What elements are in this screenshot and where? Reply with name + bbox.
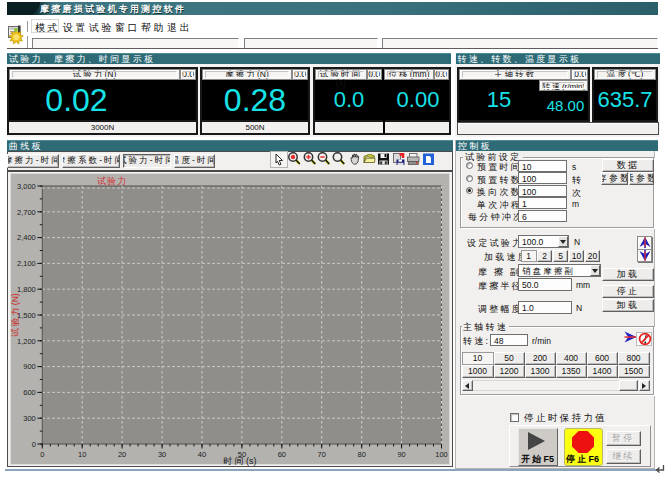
- svg-text:2,100: 2,100: [17, 259, 36, 268]
- svg-text:20: 20: [118, 450, 126, 459]
- svg-text:0: 0: [32, 440, 36, 449]
- svg-text:300: 300: [23, 414, 36, 423]
- svg-text:100: 100: [435, 450, 448, 459]
- svg-text:40: 40: [198, 450, 206, 459]
- svg-text:10: 10: [78, 450, 86, 459]
- svg-text:2,700: 2,700: [17, 208, 36, 217]
- svg-text:2,400: 2,400: [17, 233, 36, 242]
- svg-text:1,800: 1,800: [17, 285, 36, 294]
- svg-text:3,000: 3,000: [17, 182, 36, 191]
- svg-text:600: 600: [23, 388, 36, 397]
- svg-text:900: 900: [23, 362, 36, 371]
- svg-text:1,200: 1,200: [17, 337, 36, 346]
- svg-text:试验力: 试验力: [97, 176, 127, 186]
- svg-text:30: 30: [158, 450, 166, 459]
- svg-text:70: 70: [318, 450, 326, 459]
- svg-text:试验力(N): 试验力(N): [10, 293, 20, 336]
- svg-text:0: 0: [40, 450, 44, 459]
- svg-text:80: 80: [358, 450, 366, 459]
- svg-text:90: 90: [397, 450, 405, 459]
- svg-text:时间(s): 时间(s): [224, 456, 257, 466]
- svg-text:60: 60: [278, 450, 286, 459]
